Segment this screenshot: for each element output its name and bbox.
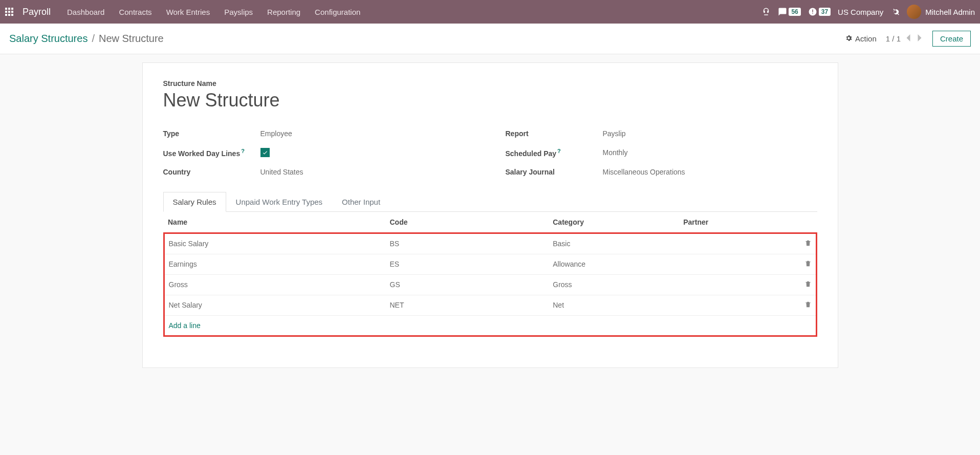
pager-text[interactable]: 1 / 1 xyxy=(886,34,901,43)
highlighted-rules-area: Basic Salary BS Basic Earnings ES Allowa… xyxy=(164,233,816,336)
app-title[interactable]: Payroll xyxy=(23,7,51,17)
delete-row-button[interactable] xyxy=(790,233,816,254)
cell-category: Basic xyxy=(549,233,679,254)
cell-category: Net xyxy=(549,295,679,315)
structure-name-value[interactable]: New Structure xyxy=(163,90,817,111)
activities-icon[interactable]: 37 xyxy=(808,7,831,16)
cell-partner xyxy=(679,254,790,274)
cell-name: Net Salary xyxy=(164,295,386,315)
tab-salary-rules[interactable]: Salary Rules xyxy=(163,192,226,212)
nav-item-payslips[interactable]: Payslips xyxy=(224,8,253,16)
column-header-name[interactable]: Name xyxy=(164,212,386,233)
pager: 1 / 1 xyxy=(886,33,923,44)
structure-name-label: Structure Name xyxy=(163,79,817,88)
discuss-icon[interactable]: 56 xyxy=(778,7,800,16)
user-menu[interactable]: Mitchell Admin xyxy=(907,5,975,19)
help-icon[interactable]: ? xyxy=(557,148,561,154)
action-button-label: Action xyxy=(855,34,877,43)
cell-code: BS xyxy=(386,233,549,254)
field-report-label: Report xyxy=(506,129,603,138)
nav-item-work-entries[interactable]: Work Entries xyxy=(166,8,210,16)
activities-badge-count: 37 xyxy=(819,8,831,16)
cell-name: Basic Salary xyxy=(164,233,386,254)
breadcrumb-separator: / xyxy=(92,33,95,45)
cell-code: NET xyxy=(386,295,549,315)
action-button[interactable]: Action xyxy=(845,34,877,44)
breadcrumb-root[interactable]: Salary Structures xyxy=(9,33,88,45)
column-header-partner[interactable]: Partner xyxy=(679,212,790,233)
breadcrumb: Salary Structures / New Structure xyxy=(9,33,164,45)
control-bar: Salary Structures / New Structure Action… xyxy=(0,24,980,54)
delete-row-button[interactable] xyxy=(790,254,816,274)
nav-item-configuration[interactable]: Configuration xyxy=(315,8,360,16)
table-row[interactable]: Gross GS Gross xyxy=(164,274,816,295)
field-report-value[interactable]: Payslip xyxy=(603,129,626,138)
cell-name: Gross xyxy=(164,274,386,295)
cell-partner xyxy=(679,295,790,315)
field-scheduled-pay-label: Scheduled Pay? xyxy=(506,148,603,158)
table-row[interactable]: Basic Salary BS Basic xyxy=(164,233,816,254)
field-country: Country United States xyxy=(163,163,475,181)
support-icon[interactable] xyxy=(761,7,771,16)
field-use-worked-day-lines: Use Worked Day Lines? xyxy=(163,143,475,163)
company-selector[interactable]: US Company xyxy=(838,8,883,16)
help-icon[interactable]: ? xyxy=(241,148,245,154)
nav-item-reporting[interactable]: Reporting xyxy=(267,8,300,16)
delete-row-button[interactable] xyxy=(790,274,816,295)
user-name: Mitchell Admin xyxy=(925,8,975,16)
cell-partner xyxy=(679,233,790,254)
add-line-row: Add a line xyxy=(164,315,816,336)
cell-code: GS xyxy=(386,274,549,295)
top-navigation-bar: Payroll Dashboard Contracts Work Entries… xyxy=(0,0,980,24)
field-type-label: Type xyxy=(163,129,260,138)
tab-unpaid-work-entry-types[interactable]: Unpaid Work Entry Types xyxy=(226,192,333,212)
field-scheduled-pay: Scheduled Pay? Monthly xyxy=(506,143,817,163)
cell-category: Gross xyxy=(549,274,679,295)
column-header-category[interactable]: Category xyxy=(549,212,679,233)
notebook-tabs: Salary Rules Unpaid Work Entry Types Oth… xyxy=(163,191,817,212)
cell-code: ES xyxy=(386,254,549,274)
pager-next-icon[interactable] xyxy=(916,33,923,44)
table-row[interactable]: Earnings ES Allowance xyxy=(164,254,816,274)
form-sheet: Structure Name New Structure Type Employ… xyxy=(142,62,838,368)
field-country-value[interactable]: United States xyxy=(260,168,303,176)
table-row[interactable]: Net Salary NET Net xyxy=(164,295,816,315)
add-line-button[interactable]: Add a line xyxy=(169,321,201,330)
create-button[interactable]: Create xyxy=(932,31,971,47)
tab-other-input[interactable]: Other Input xyxy=(332,192,390,212)
discuss-badge-count: 56 xyxy=(789,8,800,16)
gear-icon xyxy=(845,34,853,44)
cell-name: Earnings xyxy=(164,254,386,274)
field-type-value[interactable]: Employee xyxy=(260,129,292,138)
pager-prev-icon[interactable] xyxy=(905,33,912,44)
cell-partner xyxy=(679,274,790,295)
apps-launcher-icon[interactable] xyxy=(5,8,13,16)
field-use-worked-day-lines-label: Use Worked Day Lines? xyxy=(163,148,260,158)
delete-row-button[interactable] xyxy=(790,295,816,315)
field-country-label: Country xyxy=(163,168,260,176)
debug-icon[interactable] xyxy=(890,7,900,16)
salary-rules-table: Name Code Category Partner Basic Salary … xyxy=(163,212,817,337)
field-report: Report Payslip xyxy=(506,124,817,143)
use-worked-day-lines-checkbox[interactable] xyxy=(260,148,270,157)
field-type: Type Employee xyxy=(163,124,475,143)
nav-item-dashboard[interactable]: Dashboard xyxy=(67,8,104,16)
nav-item-contracts[interactable]: Contracts xyxy=(119,8,151,16)
breadcrumb-current: New Structure xyxy=(99,33,164,45)
field-salary-journal-value[interactable]: Miscellaneous Operations xyxy=(603,168,685,176)
field-salary-journal: Salary Journal Miscellaneous Operations xyxy=(506,163,817,181)
cell-category: Allowance xyxy=(549,254,679,274)
field-salary-journal-label: Salary Journal xyxy=(506,168,603,176)
user-avatar-icon xyxy=(907,5,921,19)
field-scheduled-pay-value[interactable]: Monthly xyxy=(603,148,628,157)
column-header-code[interactable]: Code xyxy=(386,212,549,233)
